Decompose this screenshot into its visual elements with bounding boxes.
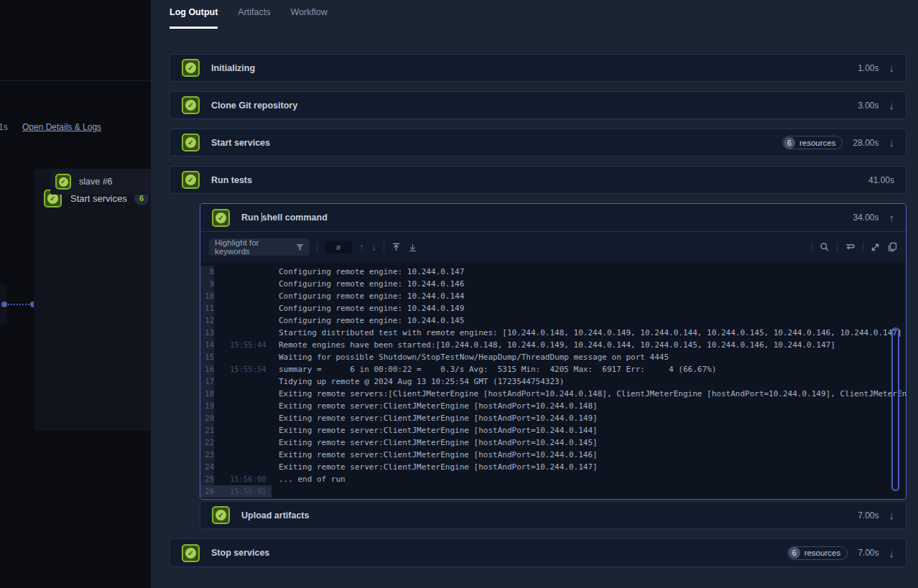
highlight-keywords-input[interactable]: Highlight for keywords [209,238,310,256]
log-line[interactable]: 22 Exiting remote server:ClientJMeterEng… [200,437,906,449]
log-line[interactable]: 14 15:55:44 Remote engines have been sta… [200,339,906,351]
step-duration: 3.00s [858,101,878,111]
log-line[interactable]: 8 Configuring remote engine: 10.244.0.14… [200,266,906,278]
log-line[interactable]: 18 Exiting remote servers:[ClientJMeterE… [200,388,906,400]
expand-arrow-icon[interactable]: ↓ [889,62,895,73]
step-duration: 7.00s [858,510,878,521]
toolbar-separator [812,242,812,252]
step-label: Upload artifacts [241,510,309,521]
success-check-icon: ✓ [55,174,71,190]
log-line[interactable]: 16 15:55:54 summary = 6 in 00:00:22 = 0.… [200,363,906,375]
tab-bar: Log OutputArtifactsWorkflow [170,0,328,29]
log-line-timestamp [214,351,272,363]
log-output: 8 Configuring remote engine: 10.244.0.14… [200,262,906,499]
log-line-number: 10 [200,290,214,302]
step-row-upload-artifacts[interactable]: ✓ Upload artifacts 7.00s ↓ [200,501,907,529]
next-match-button[interactable]: ↓ [371,242,376,252]
scroll-to-top-button[interactable] [391,243,401,252]
log-line-text: summary = 6 in 00:00:22 = 0.3/s Avg: 531… [272,363,716,375]
log-line-text: Configuring remote engine: 10.244.0.145 [272,314,464,327]
expand-arrow-icon[interactable]: ↓ [889,100,895,111]
resources-label: resources [799,139,836,147]
step-label: Run shell command [241,213,328,223]
log-line-number: 9 [200,278,214,290]
collapse-arrow-icon[interactable]: ↑ [889,213,895,223]
wrap-lines-icon [845,243,856,251]
log-line-text [272,485,279,498]
log-line-timestamp [214,412,272,424]
log-scrollbar-thumb[interactable] [891,327,899,491]
log-line-number: 23 [200,449,214,461]
tab-artifacts[interactable]: Artifacts [238,0,270,29]
log-line-timestamp [214,449,272,461]
log-line-text: Exiting remote server:ClientJMeterEngine… [272,424,598,437]
fullscreen-button[interactable] [871,243,880,252]
step-row[interactable]: ✓ Initializing 1.00s ↓ [170,54,907,82]
log-line[interactable]: 10 Configuring remote engine: 10.244.0.1… [200,290,906,302]
log-line-number: 20 [200,412,214,424]
log-line-number: 11 [200,302,214,314]
toolbar-separator [863,242,863,252]
log-line[interactable]: 25 15:56:00 ... end of run [200,473,906,485]
log-line-text: ... end of run [272,473,346,485]
step-label: Run tests [211,175,252,185]
open-details-logs-link[interactable]: Open Details & Logs [22,122,101,132]
log-line-number: 18 [200,388,214,400]
scroll-to-bottom-button[interactable] [408,243,417,252]
log-line-text: Tidying up remote @ 2024 Aug 13 10:25:54… [272,375,564,388]
log-line[interactable]: 11 Configuring remote engine: 10.244.0.1… [200,302,906,314]
wrap-lines-button[interactable] [845,243,856,251]
step-row[interactable]: ✓ Run tests 41.00s [170,166,907,194]
log-line[interactable]: 26 15:56:01 [200,485,906,498]
log-line-text: Exiting remote server:ClientJMeterEngine… [272,400,598,412]
log-line-timestamp: 15:56:01 [214,485,272,498]
workflow-block-panel: ✓ Start services 6 ✓ slave #1 ✓ slave #2… [34,169,151,431]
log-line[interactable]: 17 Tidying up remote @ 2024 Aug 13 10:25… [200,375,906,388]
workflow-sidebar: 1s Open Details & Logs ✓ Start services … [0,0,151,588]
log-line[interactable]: 19 Exiting remote server:ClientJMeterEng… [200,400,906,412]
log-line-text: Exiting remote server:ClientJMeterEngine… [272,437,598,449]
success-check-icon: ✓ [182,544,200,562]
success-check-icon: ✓ [182,96,200,114]
step-duration: 1.00s [858,63,878,73]
log-line[interactable]: 9 Configuring remote engine: 10.244.0.14… [200,278,906,290]
copy-log-button[interactable] [887,242,897,252]
slave-job-label: slave #6 [79,177,113,187]
tab-log-output[interactable]: Log Output [170,0,218,29]
step-row-stop-services[interactable]: ✓ Stop services 6 resources 7.00s ↓ [170,538,907,567]
log-line[interactable]: 21 Exiting remote server:ClientJMeterEng… [200,424,906,437]
log-line-number: 15 [200,351,214,363]
log-line-text: Exiting remote server:ClientJMeterEngine… [272,412,598,424]
tab-workflow[interactable]: Workflow [291,0,328,29]
search-button[interactable] [820,242,830,252]
slave-job-item[interactable]: ✓ slave #6 [50,169,151,195]
step-label: Stop services [211,548,269,558]
log-line-timestamp [214,437,272,449]
log-line-number: 16 [200,363,214,375]
expand-arrow-icon[interactable]: ↓ [889,510,895,521]
log-line-timestamp [214,266,272,278]
log-line-number: 26 [200,485,214,498]
step-row[interactable]: ✓ Clone Git repository 3.00s ↓ [170,91,907,119]
prev-match-button[interactable]: ↑ [359,242,364,252]
run-shell-command-header[interactable]: ✓ Run shell command 34.00s ↑ [200,204,906,232]
step-duration: 34.00s [853,213,878,223]
step-row[interactable]: ✓ Start services 6 resources 28.00s ↓ [170,129,907,157]
filter-funnel-icon [296,243,304,251]
log-line-timestamp [214,461,272,473]
toolbar-separator [384,242,384,252]
expand-arrow-icon[interactable]: ↓ [889,137,895,148]
expand-arrow-icon[interactable]: ↓ [889,548,895,559]
log-line[interactable]: 24 Exiting remote server:ClientJMeterEng… [200,461,906,473]
log-line[interactable]: 12 Configuring remote engine: 10.244.0.1… [200,314,906,327]
log-line-number: 13 [200,327,214,339]
log-line[interactable]: 13 Starting distributed test with remote… [200,327,906,339]
log-line-timestamp: 15:55:44 [214,339,272,351]
log-line[interactable]: 15 Waiting for possible Shutdown/StopTes… [200,351,906,363]
success-check-icon: ✓ [212,209,230,227]
log-line-text: Exiting remote servers:[ClientJMeterEngi… [272,388,906,400]
log-toolbar: Highlight for keywords ø ↑ ↓ [200,232,906,262]
log-line[interactable]: 20 Exiting remote server:ClientJMeterEng… [200,412,906,424]
log-line-text: Configuring remote engine: 10.244.0.147 [272,266,464,278]
log-line[interactable]: 23 Exiting remote server:ClientJMeterEng… [200,449,906,461]
